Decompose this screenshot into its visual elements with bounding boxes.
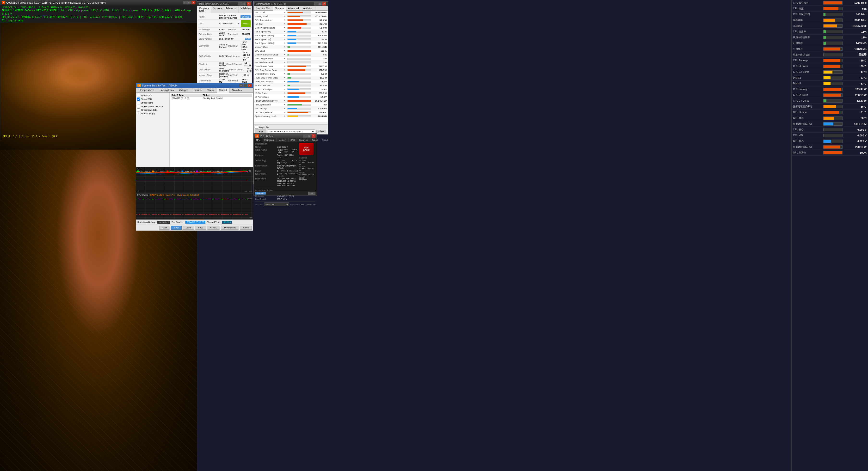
aida64-stress-fpu-checkbox[interactable] [137,97,140,101]
gpuz-main-maximize-btn[interactable]: □ [242,2,246,5]
gpuz-sensors-tab-validation[interactable]: Validation [301,6,315,10]
sensor-bar-fill-17 [287,77,291,78]
rp-item-5: CPU 使用率 11% [792,29,868,35]
gpuz-tab-validation[interactable]: Validation [239,6,253,13]
sensor-row-3: Hot Spot ▼ 81.1 °C [254,22,328,26]
temp-chart-timestamp: 23:15:25 [245,190,252,193]
aida64-stress-disk-checkbox[interactable] [137,108,140,112]
cpuz-tab-cpu[interactable]: CPU [254,138,262,142]
rp-value-9: 已禁用 [842,53,867,57]
gpuz-sensors-close-btn[interactable]: ✕ [322,2,326,5]
sensor-row-24: PerfCap Reason ▼ Pwr [254,103,328,107]
sensor-row-7: Fan 2 Speed (%) ▼ 37 % [254,37,328,41]
sensor-value-24: Pwr [312,103,327,106]
aida64-stress-gpu-checkbox[interactable] [137,112,140,115]
aida64-maximize-btn[interactable]: □ [244,84,247,87]
gpuz-main-minimize-btn[interactable]: ─ [238,2,242,5]
cpuz-label-instructions: Instructions [255,178,277,187]
aida64-tab-cooling-fans[interactable]: Cooling Fans [157,88,176,92]
aida64-tab-voltages[interactable]: Voltages [176,88,191,92]
aida64-tab-powers[interactable]: Powers [191,88,204,92]
aida64-stress-cpu-checkbox[interactable] [137,94,140,97]
gpuz-main-tabs: Graphics Card Sensors Advanced Validatio… [197,6,252,13]
cpuz-tab-mainboard[interactable]: Mainboard [262,138,277,142]
aida64-start-btn[interactable]: Start [159,226,170,230]
sensor-name-12: Video Engine Load [255,57,283,60]
aida64-close-btn-title[interactable]: ✕ [248,84,252,87]
gpuz-sensors-minimize-btn[interactable]: ─ [314,2,318,5]
gpuz-label-pixel-fill: Pixel Fillrate [199,68,219,71]
rp-bar-5 [823,30,842,33]
gpuz-tab-graphics-card[interactable]: Graphics Card [197,6,211,13]
gpuz-sensors-close-btn-bottom[interactable]: Close [316,130,326,133]
rp-bar-6 [823,36,842,39]
gpuz-log-checkbox[interactable] [255,126,258,129]
furmark-maximize-btn[interactable]: □ [187,1,191,4]
cpuz-value-instructions: MMX, SSE, SSE2, SSE3, SSSE3, SSE4.1, SSE… [277,178,298,187]
aida64-tab-temperatures[interactable]: Temperatures [137,88,157,92]
rp-value-22: 0.000 V [842,128,867,131]
aida64-close-btn[interactable]: Close [240,226,252,230]
sensor-value-9: 1311 MB [312,46,327,48]
aida64-tab-unified[interactable]: Unified [217,88,229,93]
gpuz-reset-btn[interactable]: Reset [255,129,266,133]
gpuz-tab-sensors[interactable]: Sensors [211,6,224,13]
gpuz-sensors-gpu-select[interactable]: NVIDIA GeForce RTX 4070 SUPER [268,129,315,133]
sensor-name-15: GPU Chip Power Draw [255,69,283,71]
gpuz-main-close-btn[interactable]: ✕ [247,2,251,5]
sensor-bar-fill-4 [287,27,301,29]
cpuz-tab-memory[interactable]: Memory [277,138,289,142]
sensor-bar-17 [287,77,311,79]
aida64-stress-sysm-checkbox[interactable] [137,105,140,108]
gpuz-sensors-tab-advanced[interactable]: Advanced [286,6,301,10]
aida64-log-header: Date & Time Status [170,94,252,97]
rp-value-4: DDR5-7200 [842,25,867,27]
cpuz-tab-graphics[interactable]: Graphics [297,138,310,142]
aida64-minimize-btn[interactable]: ─ [239,84,243,87]
rp-item-10: CPU Package 89°C [792,58,868,63]
sensor-arrow-0: ▼ [283,11,286,13]
gpuz-main-titlebar: TechPowerUp GPU-Z 2.57.0 ─ □ ✕ [197,1,252,6]
aida64-stop-btn[interactable]: Stop [171,226,182,230]
aida64-clear-btn[interactable]: Clear [183,226,194,230]
cpuz-tab-bench[interactable]: Bench [310,138,320,142]
sensor-arrow-6: ▼ [283,34,286,36]
cpuz-ok-btn[interactable]: OK [308,192,315,195]
sensor-value-1: 1312.7 MHz [312,15,327,18]
gpuz-sensors-tab-sensors[interactable]: Sensors [273,6,286,10]
furmark-minimize-btn[interactable]: ─ [183,1,187,4]
gpuz-sensors-tab-gc[interactable]: Graphics Card [254,6,273,10]
sensor-value-4: 58.0 °C [312,27,327,29]
cpuz-row-l2: Level 2 8 x 2 MB + 3 x 4 MB [299,171,315,176]
furmark-close-btn[interactable]: ✕ [191,1,195,4]
cpuz-label-technology: Technology [255,159,277,164]
sensor-value-8: 1311 RPM [312,42,327,44]
aida64-save-btn[interactable]: Save [195,226,206,230]
aida64-tab-statistics[interactable]: Statistics [229,88,244,92]
gpuz-lookup-btn[interactable]: Lookup [241,15,251,18]
cpuz-socket-select[interactable]: Socket #1 [264,202,289,206]
gpuz-value-pixel-fill: 200.4 GPixels/s [219,67,229,72]
cpuz-minimize-btn[interactable]: ─ [303,134,307,137]
gpuz-tab-advanced[interactable]: Advanced [224,6,239,13]
aida64-tab-clocks[interactable]: Clocks [204,88,217,92]
cpuz-maximize-btn[interactable]: □ [307,134,311,137]
cpuz-validate-btn[interactable]: Validate [255,192,266,194]
sensor-name-19: PCIe Slot Power [255,84,283,87]
aida64-stress-cache-checkbox[interactable] [137,101,140,104]
rp-bar-0 [823,1,842,5]
sensor-bar-fill-22 [287,96,299,98]
cpuz-tab-spd[interactable]: SPD [288,138,297,142]
sensor-bar-fill-27 [287,116,298,117]
cpuz-tab-about[interactable]: About [320,138,330,142]
sensor-bar-fill-23 [287,100,311,102]
cpuz-close-btn-title[interactable]: ✕ [312,134,315,137]
sensor-name-0: GPU Clock [255,11,283,14]
aida64-cpuid-btn[interactable]: CPUID [207,226,220,230]
gpuz-log-row: Log to file [255,126,326,129]
rp-label-11: CPU IA Cores [793,65,823,67]
gpuz-sensors-maximize-btn[interactable]: □ [318,2,322,5]
rp-bar-16 [823,93,842,97]
rp-bar-fill-8 [824,48,840,51]
aida64-preferences-btn[interactable]: Preferences [221,226,239,230]
